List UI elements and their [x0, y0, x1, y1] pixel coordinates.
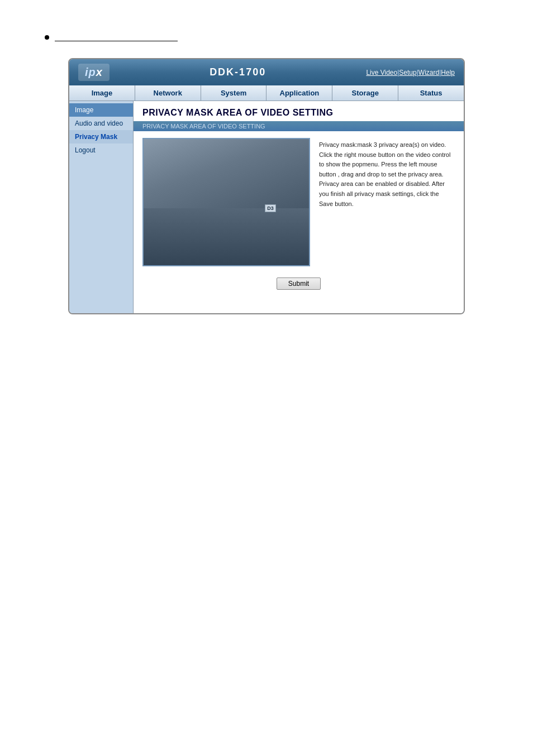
sidebar-item-logout[interactable]: Logout	[69, 143, 133, 157]
help-link[interactable]: Help	[441, 69, 455, 76]
scene-label: D3	[265, 204, 276, 212]
content-area: Image Audio and video Privacy Mask Logou…	[69, 101, 464, 313]
tab-application[interactable]: Application	[266, 85, 332, 101]
sidebar: Image Audio and video Privacy Mask Logou…	[69, 101, 134, 313]
page-title: PRIVACY MASK AREA OF VIDEO SETTING	[134, 101, 464, 121]
live-video-link[interactable]: Live Video	[366, 69, 397, 76]
header-links: Live Video|Setup|Wizard|Help	[366, 69, 455, 76]
logo: ipx	[78, 64, 110, 81]
scene-floor	[144, 208, 309, 265]
header-bar: ipx DDK-1700 Live Video|Setup|Wizard|Hel…	[69, 59, 464, 85]
bullet-line	[45, 34, 488, 41]
bullet-point	[45, 35, 49, 40]
logo-x: x	[96, 66, 103, 78]
page-subtitle: PRIVACY MASK AREA OF VIDEO SETTING	[134, 121, 464, 131]
sidebar-item-audio-video[interactable]: Audio and video	[69, 117, 133, 130]
tab-status[interactable]: Status	[398, 85, 464, 101]
nav-tabs: Image Network System Application Storage…	[69, 85, 464, 101]
sidebar-item-privacy-mask[interactable]: Privacy Mask	[69, 130, 133, 143]
logo-ip: ip	[85, 66, 96, 78]
scene-ceiling	[144, 139, 309, 215]
camera-ui: ipx DDK-1700 Live Video|Setup|Wizard|Hel…	[68, 58, 465, 314]
wizard-link[interactable]: Wizard	[418, 69, 439, 76]
tab-image[interactable]: Image	[69, 85, 135, 101]
tab-storage[interactable]: Storage	[332, 85, 398, 101]
header-title: DDK-1700	[210, 66, 266, 78]
content-body: D3 Privacy mask:mask 3 privacy area(s) o…	[134, 138, 464, 272]
bullet-underline-text	[55, 34, 178, 41]
tab-network[interactable]: Network	[135, 85, 201, 101]
page-wrapper: ipx DDK-1700 Live Video|Setup|Wizard|Hel…	[0, 0, 533, 337]
main-content: PRIVACY MASK AREA OF VIDEO SETTING PRIVA…	[134, 101, 464, 313]
submit-area: Submit	[134, 272, 464, 298]
sidebar-item-image[interactable]: Image	[69, 103, 133, 117]
video-scene: D3	[144, 139, 309, 265]
submit-button[interactable]: Submit	[277, 277, 321, 290]
description-text: Privacy mask:mask 3 privacy area(s) on v…	[319, 138, 453, 209]
video-panel[interactable]: D3	[142, 138, 310, 266]
setup-link[interactable]: Setup	[399, 69, 416, 76]
tab-system[interactable]: System	[201, 85, 267, 101]
